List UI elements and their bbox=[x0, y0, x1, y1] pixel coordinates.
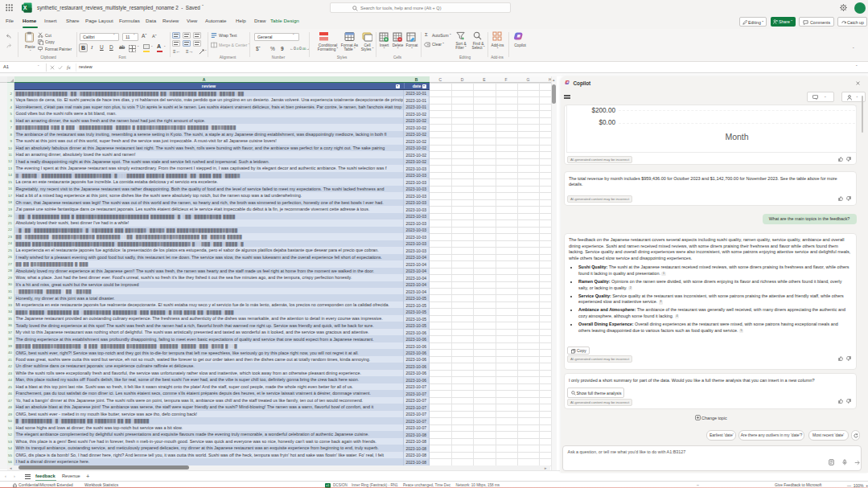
svg-text:X: X bbox=[23, 5, 27, 10]
